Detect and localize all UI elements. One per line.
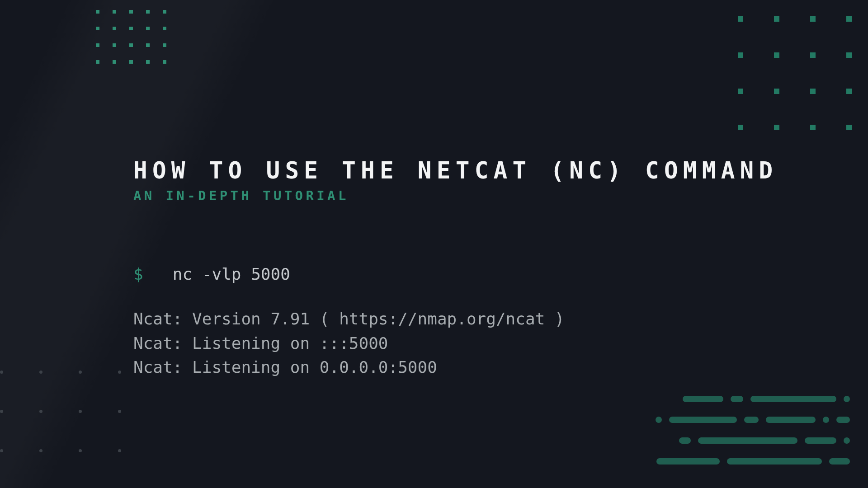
terminal-prompt: $	[133, 265, 143, 283]
terminal-output-line: Ncat: Listening on 0.0.0.0:5000	[133, 355, 778, 379]
decor-dot-grid-top-right	[738, 16, 852, 130]
terminal-block: $ nc -vlp 5000 Ncat: Version 7.91 ( http…	[133, 262, 778, 379]
page-subtitle: AN IN-DEPTH TUTORIAL	[133, 188, 778, 203]
decor-dashes-bottom-right	[656, 396, 850, 465]
terminal-command-line: $ nc -vlp 5000	[133, 262, 778, 286]
content-block: HOW TO USE THE NETCAT (NC) COMMAND AN IN…	[133, 158, 778, 379]
terminal-output-line: Ncat: Listening on :::5000	[133, 331, 778, 355]
page-title: HOW TO USE THE NETCAT (NC) COMMAND	[133, 158, 778, 183]
terminal-output-line: Ncat: Version 7.91 ( https://nmap.org/nc…	[133, 307, 778, 331]
decor-dot-grid-top-left	[96, 10, 166, 64]
decor-dot-grid-bottom-left	[0, 371, 121, 488]
terminal-command: nc -vlp 5000	[173, 265, 290, 283]
